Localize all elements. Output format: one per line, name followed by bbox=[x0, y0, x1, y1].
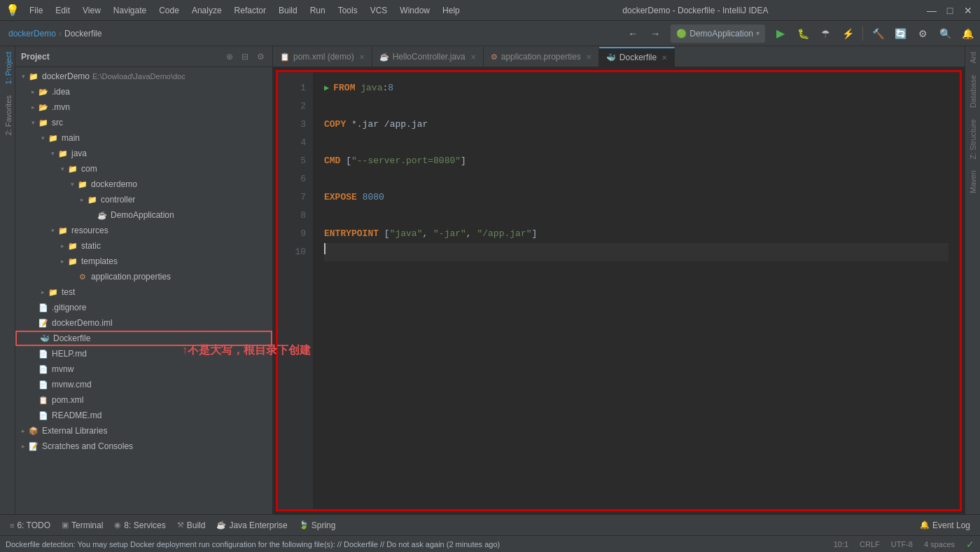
tab-hello-close[interactable]: ✕ bbox=[470, 53, 476, 61]
expand-arrow: ▸ bbox=[57, 258, 67, 265]
tab-pom[interactable]: 📋 pom.xml (demo) ✕ bbox=[273, 47, 372, 67]
tree-label-mvnw: mvnw bbox=[52, 364, 74, 374]
tree-item-test[interactable]: ▸ 📁 test bbox=[15, 284, 272, 300]
tree-item-dockerdemo[interactable]: ▾ 📁 dockerDemo E:\Dowload\JavaDemo\doc bbox=[15, 69, 272, 84]
line-ending[interactable]: CRLF bbox=[860, 540, 880, 548]
sidebar-maven[interactable]: Maven bbox=[967, 165, 979, 199]
add-item-icon[interactable]: ⊕ bbox=[223, 52, 236, 62]
close-button[interactable]: ✕ bbox=[962, 5, 974, 16]
tree-item-java[interactable]: ▾ 📁 java bbox=[15, 146, 272, 161]
collapse-all-icon[interactable]: ⊟ bbox=[239, 52, 251, 62]
menu-window[interactable]: Window bbox=[394, 4, 435, 17]
tree-item-dockerdemo-pkg[interactable]: ▾ 📁 dockerdemo bbox=[15, 177, 272, 192]
menu-view[interactable]: View bbox=[77, 4, 106, 17]
tree-item-src[interactable]: ▾ 📁 src bbox=[15, 115, 272, 130]
kw-entrypoint: ENTRYPOINT bbox=[324, 225, 379, 243]
menu-bar: File Edit View Navigate Code Analyze Ref… bbox=[24, 4, 465, 17]
menu-navigate[interactable]: Navigate bbox=[108, 4, 152, 17]
notifications-button[interactable]: 🔔 bbox=[958, 24, 977, 43]
maximize-button[interactable]: □ bbox=[944, 5, 956, 16]
expand-arrow: ▾ bbox=[48, 150, 57, 157]
tree-item-com[interactable]: ▾ 📁 com bbox=[15, 161, 272, 177]
search-everywhere-button[interactable]: 🔍 bbox=[935, 24, 955, 43]
menu-tools[interactable]: Tools bbox=[332, 4, 363, 17]
menu-vcs[interactable]: VCS bbox=[365, 4, 393, 17]
run-button[interactable]: ▶ bbox=[771, 24, 790, 43]
breadcrumb-project[interactable]: dockerDemo bbox=[8, 29, 56, 39]
bottom-services[interactable]: ◉ 8: Services bbox=[110, 519, 169, 532]
tab-hello[interactable]: ☕ HelloController.java ✕ bbox=[372, 47, 484, 67]
tree-item-demoapplication[interactable]: ☕ DemoApplication bbox=[15, 207, 272, 223]
profiler-button[interactable]: ⚡ bbox=[838, 24, 858, 43]
tree-item-static[interactable]: ▸ 📁 static bbox=[15, 238, 272, 254]
spring-label: Spring bbox=[312, 520, 336, 530]
tab-dockerfile[interactable]: 🐳 Dockerfile ✕ bbox=[599, 47, 675, 67]
build-button[interactable]: 🔨 bbox=[868, 24, 888, 43]
tree-item-iml[interactable]: 📝 dockerDemo.iml bbox=[15, 315, 272, 331]
tree-item-idea[interactable]: ▸ 📂 .idea bbox=[15, 84, 272, 99]
menu-refactor[interactable]: Refactor bbox=[229, 4, 272, 17]
tree-item-mvn[interactable]: ▸ 📂 .mvn bbox=[15, 99, 272, 115]
sidebar-tab-favorites[interactable]: 2: Favorites bbox=[0, 90, 15, 141]
bottom-javaenterprise[interactable]: ☕ Java Enterprise bbox=[212, 519, 291, 532]
tree-label-mvnwcmd: mvnw.cmd bbox=[52, 380, 92, 389]
code-line-6 bbox=[324, 170, 948, 188]
bottom-terminal[interactable]: ▣ Terminal bbox=[57, 519, 107, 532]
tab-dockerfile-close[interactable]: ✕ bbox=[662, 54, 667, 62]
navigate-back-button[interactable]: ← bbox=[623, 24, 643, 43]
indent-info[interactable]: 4 spaces bbox=[924, 540, 955, 548]
sidebar-structure[interactable]: Z: Structure bbox=[967, 113, 979, 165]
tree-item-help[interactable]: 📄 HELP.md bbox=[15, 346, 272, 361]
sidebar-database[interactable]: Database bbox=[967, 69, 979, 113]
panel-settings-icon[interactable]: ⚙ bbox=[254, 52, 267, 62]
menu-analyze[interactable]: Analyze bbox=[186, 4, 227, 17]
panel-title: Project bbox=[21, 52, 50, 62]
tree-item-extlibs[interactable]: ▸ 📦 External Libraries bbox=[15, 423, 272, 439]
run-config-selector[interactable]: 🟢 DemoApplication ▾ bbox=[671, 25, 765, 43]
bottom-event-log[interactable]: 🔔 Event Log bbox=[916, 519, 974, 532]
coverage-button[interactable]: ☂ bbox=[816, 24, 835, 43]
tab-appprops[interactable]: ⚙ application.properties ✕ bbox=[484, 47, 599, 67]
bottom-build[interactable]: ⚒ Build bbox=[173, 519, 210, 532]
tree-item-gitignore[interactable]: 📄 .gitignore bbox=[15, 300, 272, 315]
tree-item-appprops[interactable]: ⚙ application.properties bbox=[15, 269, 272, 284]
tree-item-dockerfile[interactable]: 🐳 Dockerfile bbox=[15, 331, 272, 346]
debug-button[interactable]: 🐛 bbox=[793, 24, 813, 43]
menu-file[interactable]: File bbox=[24, 4, 48, 17]
menu-help[interactable]: Help bbox=[437, 4, 465, 17]
toolbar-separator bbox=[862, 27, 863, 41]
tab-appprops-close[interactable]: ✕ bbox=[586, 53, 592, 61]
tree-item-controller[interactable]: ▸ 📁 controller bbox=[15, 192, 272, 207]
chevron-down-icon: ▾ bbox=[756, 29, 760, 37]
code-line-1: ▶ FROM java : 8 bbox=[324, 79, 948, 97]
tree-item-templates[interactable]: ▸ 📁 templates bbox=[15, 254, 272, 269]
tree-item-resources[interactable]: ▾ 📁 resources bbox=[15, 223, 272, 238]
tree-item-readme[interactable]: 📄 README.md bbox=[15, 408, 272, 423]
tree-label-dockerdemo-pkg: dockerdemo bbox=[91, 179, 137, 189]
code-editor[interactable]: 1 2 3 4 5 6 7 8 9 10 ▶ FROM java : bbox=[276, 70, 962, 511]
tree-item-mvnw[interactable]: 📄 mvnw bbox=[15, 361, 272, 377]
menu-run[interactable]: Run bbox=[304, 4, 331, 17]
tree-item-main[interactable]: ▾ 📁 main bbox=[15, 130, 272, 146]
menu-build[interactable]: Build bbox=[273, 4, 303, 17]
sync-button[interactable]: 🔄 bbox=[890, 24, 910, 43]
tree-item-mvnwcmd[interactable]: 📄 mvnw.cmd bbox=[15, 377, 272, 392]
bottom-spring[interactable]: 🍃 Spring bbox=[295, 519, 340, 532]
bottom-todo[interactable]: ≡ 6: TODO bbox=[6, 519, 55, 532]
navigate-forward-button[interactable]: → bbox=[645, 24, 665, 43]
sidebar-tab-project[interactable]: 1: Project bbox=[0, 46, 15, 90]
encoding[interactable]: UTF-8 bbox=[891, 540, 913, 548]
menu-code[interactable]: Code bbox=[153, 4, 185, 17]
tab-pom-close[interactable]: ✕ bbox=[359, 53, 365, 61]
menu-edit[interactable]: Edit bbox=[50, 4, 76, 17]
code-content[interactable]: ▶ FROM java : 8 COPY *.jar /app.jar bbox=[313, 72, 960, 509]
breadcrumb-sep: › bbox=[59, 29, 62, 39]
minimize-button[interactable]: — bbox=[925, 5, 938, 16]
settings-button[interactable]: ⚙ bbox=[913, 24, 932, 43]
sidebar-ant[interactable]: Ant bbox=[967, 46, 979, 69]
cursor-position[interactable]: 10:1 bbox=[834, 540, 848, 548]
appprops-tab-icon: ⚙ bbox=[491, 53, 498, 62]
tree-item-scratches[interactable]: ▸ 📝 Scratches and Consoles bbox=[15, 439, 272, 454]
expand-arrow: ▾ bbox=[67, 181, 77, 188]
tree-item-pomxml[interactable]: 📋 pom.xml bbox=[15, 392, 272, 408]
